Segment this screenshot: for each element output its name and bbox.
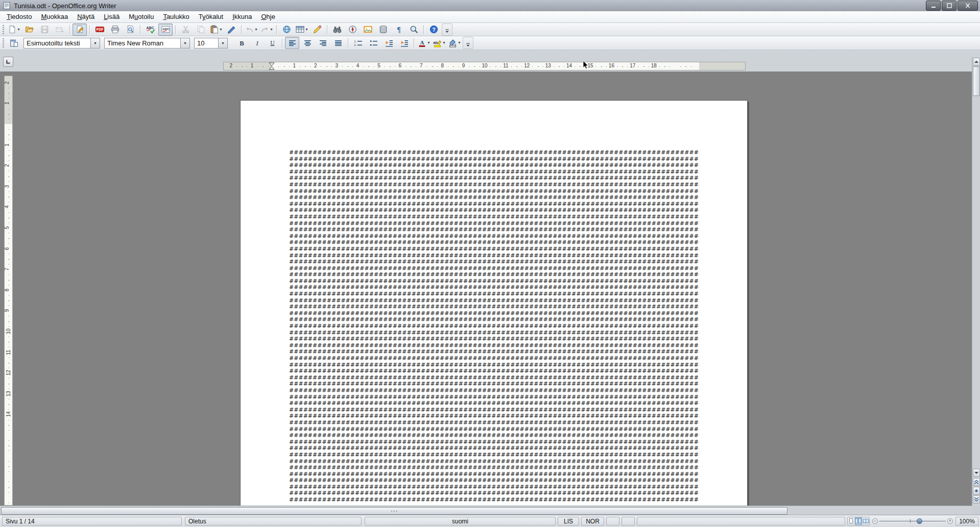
justify-button[interactable] <box>331 37 345 49</box>
bullet-list-button[interactable] <box>366 37 380 49</box>
svg-text:ABC: ABC <box>146 26 154 30</box>
paragraph-style-combo-dropdown-button[interactable]: ▼ <box>90 38 100 48</box>
close-button[interactable] <box>958 1 978 11</box>
vruler-tick <box>9 471 9 472</box>
numbered-list-button[interactable]: 1.2. <box>351 37 365 49</box>
font-color-button[interactable]: A▾ <box>417 37 431 49</box>
highlighting-button[interactable]: ab▾ <box>432 37 446 49</box>
vertical-scrollbar-thumb[interactable] <box>973 66 980 96</box>
zoom-out-button[interactable]: − <box>872 518 878 524</box>
menu-ikkuna[interactable]: Ikkuna <box>228 11 256 22</box>
font-name-combo[interactable]: Times New Roman▼ <box>104 38 190 49</box>
hruler-tick <box>374 66 374 67</box>
paragraph-style-combo[interactable]: Esimuotoiltu teksti▼ <box>23 38 100 49</box>
new-document-button[interactable]: ▾ <box>7 23 21 36</box>
multi-page-view-button[interactable] <box>855 517 862 525</box>
menu-tiedosto[interactable]: Tiedosto <box>2 11 36 22</box>
toolbar-options-button[interactable] <box>442 23 452 36</box>
data-sources-button[interactable] <box>376 23 390 36</box>
underline-button[interactable]: U <box>265 37 279 49</box>
zoom-button[interactable] <box>407 23 421 36</box>
zoom-slider[interactable]: −+ <box>871 517 954 525</box>
hyperlink-button[interactable] <box>279 23 294 36</box>
status-language[interactable]: suomi <box>365 517 556 525</box>
toolbar-options-button[interactable] <box>463 37 473 49</box>
bold-button[interactable]: B <box>234 37 249 49</box>
menu-muokkaa[interactable]: Muokkaa <box>36 11 73 22</box>
decrease-indent-button[interactable] <box>381 37 396 49</box>
single-page-view-button[interactable] <box>848 517 854 525</box>
page-preview-button[interactable] <box>123 23 137 36</box>
status-zoom-level[interactable]: 100% <box>955 517 978 525</box>
vruler-number: 4 <box>4 206 10 209</box>
undo-button[interactable]: ▾ <box>244 23 258 36</box>
email-document-button[interactable] <box>53 23 67 36</box>
menu-taulukko[interactable]: Taulukko <box>158 11 194 22</box>
font-size-combo-dropdown-button[interactable]: ▼ <box>218 38 227 48</box>
draw-functions-button[interactable] <box>310 23 324 36</box>
font-size-combo[interactable]: 10▼ <box>194 38 228 49</box>
hruler-tick <box>601 66 602 67</box>
book-view-button[interactable] <box>863 517 869 525</box>
hruler-tick <box>685 66 686 67</box>
indent-marker[interactable] <box>269 62 275 70</box>
spellcheck-button[interactable]: ABC <box>143 23 157 36</box>
menu-tyokalut[interactable]: Työkalut <box>194 11 228 22</box>
auto-spellcheck-button[interactable]: ABC <box>158 23 173 36</box>
insert-table-button[interactable]: ▾ <box>295 23 309 36</box>
menu-ohje[interactable]: Ohje <box>256 11 279 22</box>
italic-button[interactable]: I <box>250 37 264 49</box>
align-left-button[interactable] <box>285 37 299 49</box>
zoom-slider-thumb[interactable] <box>917 518 922 524</box>
save-button[interactable] <box>37 23 52 36</box>
styles-and-formatting-button[interactable] <box>7 37 21 49</box>
help-button[interactable]: ? <box>426 23 441 36</box>
font-name-combo-dropdown-button[interactable]: ▼ <box>180 38 189 48</box>
toolbar-grip[interactable] <box>3 25 4 34</box>
status-selection-mode[interactable]: NOR <box>581 517 604 525</box>
tab-stop-selector-button[interactable] <box>3 57 13 67</box>
status-insert-mode[interactable]: LIS <box>558 517 579 525</box>
document-text[interactable]: ########################################… <box>289 150 699 506</box>
status-page-style[interactable]: Oletus <box>185 517 362 525</box>
scroll-up-button[interactable] <box>973 58 980 66</box>
nonprinting-characters-button[interactable]: ¶ <box>391 23 405 36</box>
horizontal-scrollbar-thumb[interactable] <box>1 507 787 515</box>
status-page[interactable]: Sivu 1 / 14 <box>2 517 182 525</box>
vruler-tick <box>9 119 9 119</box>
align-center-button[interactable] <box>300 37 315 49</box>
cut-button[interactable] <box>178 23 193 36</box>
toolbar-grip[interactable] <box>3 38 4 47</box>
document-page[interactable]: ########################################… <box>240 100 748 506</box>
svg-text:ab: ab <box>434 40 438 44</box>
increase-indent-button[interactable] <box>397 37 411 49</box>
navigation-button[interactable] <box>973 487 980 495</box>
export-pdf-button[interactable]: PDF <box>92 23 107 36</box>
redo-button[interactable]: ▾ <box>259 23 274 36</box>
vertical-scrollbar[interactable] <box>972 57 980 506</box>
scrollbar-grip-icon <box>391 511 397 512</box>
gallery-button[interactable] <box>361 23 375 36</box>
find-replace-button[interactable] <box>330 23 344 36</box>
maximize-button[interactable] <box>942 1 957 11</box>
document-canvas[interactable]: 211234567891011121314 ##################… <box>0 71 972 506</box>
previous-page-button[interactable] <box>973 478 980 486</box>
background-color-button[interactable]: ▾ <box>447 37 462 49</box>
menu-lisaa[interactable]: Lisää <box>99 11 124 22</box>
navigator-button[interactable] <box>345 23 360 36</box>
next-page-button[interactable] <box>973 495 980 504</box>
maximize-icon <box>946 3 952 8</box>
minimize-button[interactable] <box>926 1 941 11</box>
zoom-in-button[interactable]: + <box>947 518 953 524</box>
menu-nayta[interactable]: Näytä <box>73 11 99 22</box>
horizontal-scrollbar[interactable] <box>0 506 972 515</box>
format-paintbrush-button[interactable] <box>224 23 238 36</box>
print-button[interactable] <box>108 23 122 36</box>
scroll-down-button[interactable] <box>973 469 980 477</box>
menu-muotoilu[interactable]: Muotoilu <box>124 11 158 22</box>
edit-file-button[interactable] <box>73 23 87 36</box>
open-button[interactable] <box>22 23 36 36</box>
align-right-button[interactable] <box>316 37 330 49</box>
copy-button[interactable] <box>194 23 208 36</box>
paste-button[interactable]: ▾ <box>209 23 223 36</box>
